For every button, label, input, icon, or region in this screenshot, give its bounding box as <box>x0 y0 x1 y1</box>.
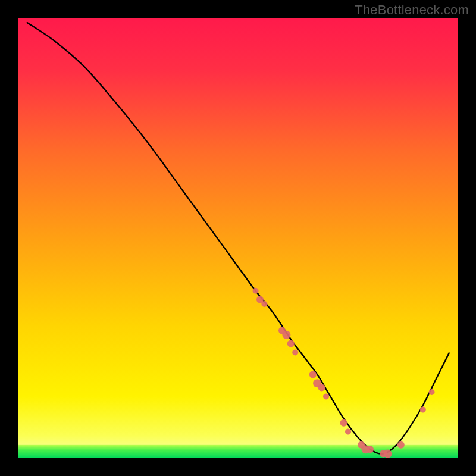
marker-point <box>367 446 374 453</box>
plot-area <box>18 18 458 458</box>
chart-container: TheBottleneck.com <box>0 0 476 476</box>
chart-svg <box>18 18 458 458</box>
watermark-text: TheBottleneck.com <box>355 2 469 18</box>
marker-point <box>253 288 259 294</box>
marker-point <box>323 393 329 399</box>
marker-point <box>287 340 295 347</box>
marker-point <box>261 301 267 307</box>
marker-point <box>429 389 435 395</box>
marker-point <box>292 349 298 355</box>
marker-point <box>420 407 426 413</box>
marker-point <box>282 331 290 339</box>
marker-point <box>318 384 325 392</box>
green-band <box>18 445 458 458</box>
bottleneck-curve <box>27 22 449 453</box>
marker-point <box>397 441 405 449</box>
marker-point <box>309 371 317 378</box>
marker-point <box>384 450 392 458</box>
marker-point <box>340 419 347 427</box>
marker-point <box>345 429 351 435</box>
highlight-markers <box>253 288 435 458</box>
